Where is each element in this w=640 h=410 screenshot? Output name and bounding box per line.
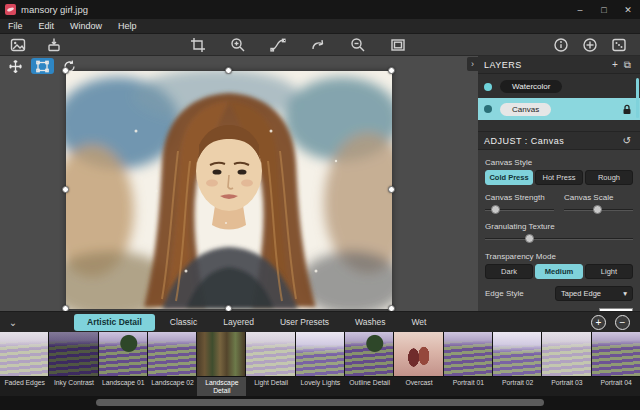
drawer-collapse-button[interactable]: ⌄	[0, 317, 26, 328]
canvas-scale-slider[interactable]	[564, 205, 633, 215]
menu-item-edit[interactable]: Edit	[31, 19, 63, 34]
option-rough[interactable]: Rough	[585, 170, 633, 185]
preset-thumb-image	[592, 332, 640, 377]
adjust-header: ADJUST : Canvas ↺	[478, 132, 640, 150]
slider-thumb[interactable]	[491, 205, 500, 214]
maximize-button[interactable]: □	[592, 0, 616, 19]
transparency-mode-segment: DarkMediumLight	[485, 264, 633, 279]
selection-handle-top-middle[interactable]	[225, 67, 232, 74]
close-button[interactable]: ✕	[616, 0, 640, 19]
layer-list: Watercolor Canvas	[478, 74, 640, 124]
image-frame-icon[interactable]	[10, 37, 26, 53]
preset-thumb-portrait-02[interactable]: Portrait 02	[493, 332, 542, 396]
preset-thumb-label: Overcast	[394, 377, 443, 396]
edge-style-dropdown[interactable]: Taped Edge ▾	[555, 286, 633, 301]
preset-thumb-overcast[interactable]: Overcast	[394, 332, 443, 396]
preset-thumb-label: Landscape Detail	[197, 377, 246, 396]
reset-icon[interactable]: ↺	[620, 135, 634, 146]
preset-thumb-label: Light Detail	[246, 377, 295, 396]
canvas-style-label: Canvas Style	[485, 158, 633, 167]
zoom-out-icon[interactable]	[350, 37, 366, 53]
curve-tool-icon[interactable]	[270, 37, 286, 53]
transparency-mode-label: Transparency Mode	[485, 252, 633, 261]
application-window: mansory girl.jpg – □ ✕ FileEditWindowHel…	[0, 0, 640, 410]
preset-thumb-inky-contrast[interactable]: Inky Contrast	[49, 332, 98, 396]
preset-tab-classic[interactable]: Classic	[157, 312, 210, 333]
duplicate-layer-icon[interactable]: ⧉	[621, 59, 634, 71]
preset-thumb-faded-edges[interactable]: Faded Edges	[0, 332, 49, 396]
panel-collapse-button[interactable]: ›	[467, 57, 478, 71]
preset-thumb-landscape-detail[interactable]: Landscape Detail	[197, 332, 246, 396]
import-tray-icon[interactable]	[46, 37, 62, 53]
window-title: mansory girl.jpg	[21, 4, 88, 15]
selection-handle-top-right[interactable]	[388, 67, 395, 74]
option-hot-press[interactable]: Hot Press	[535, 170, 583, 185]
scrollbar-handle[interactable]	[96, 399, 544, 406]
crop-icon[interactable]	[190, 37, 206, 53]
layers-title: LAYERS	[484, 60, 522, 70]
redo-icon[interactable]	[310, 37, 326, 53]
add-preset-button[interactable]: +	[591, 315, 606, 330]
preset-thumb-landscape-01[interactable]: Landscape 01	[99, 332, 148, 396]
preset-thumb-label: Outline Detail	[345, 377, 394, 396]
layer-name: Watercolor	[500, 80, 562, 93]
preset-thumbnail-strip: Faded EdgesInky ContrastLandscape 01Land…	[0, 332, 640, 396]
layer-row-watercolor[interactable]: Watercolor	[478, 76, 640, 97]
info-icon[interactable]	[553, 37, 569, 53]
menu-item-file[interactable]: File	[0, 19, 31, 34]
preset-tab-artistic-detail[interactable]: Artistic Detail	[74, 314, 155, 331]
layer-visibility-dot[interactable]	[484, 105, 492, 113]
preset-thumb-label: Inky Contrast	[49, 377, 98, 396]
preset-thumb-image	[345, 332, 394, 377]
preset-tab-user-presets[interactable]: User Presets	[267, 312, 342, 333]
menu-item-window[interactable]: Window	[62, 19, 110, 34]
preset-tab-layered[interactable]: Layered	[210, 312, 267, 333]
layer-row-canvas[interactable]: Canvas	[478, 98, 640, 120]
preset-thumb-light-detail[interactable]: Light Detail	[246, 332, 295, 396]
selection-handle-middle-right[interactable]	[388, 186, 395, 193]
lock-icon	[622, 104, 632, 115]
selection-handle-top-left[interactable]	[62, 67, 69, 74]
dice-icon[interactable]	[611, 37, 628, 53]
preset-thumb-image	[148, 332, 197, 377]
canvas-strength-label: Canvas Strength	[485, 193, 554, 202]
menu-item-help[interactable]: Help	[110, 19, 145, 34]
target-icon[interactable]	[582, 37, 598, 53]
option-dark[interactable]: Dark	[485, 264, 533, 279]
preset-tabs: Artistic DetailClassicLayeredUser Preset…	[72, 312, 439, 333]
layer-visibility-dot[interactable]	[484, 83, 492, 91]
layers-header: LAYERS + ⧉	[478, 56, 640, 74]
layers-scrollbar[interactable]	[636, 78, 639, 118]
slider-thumb[interactable]	[593, 205, 602, 214]
preset-thumb-outline-detail[interactable]: Outline Detail	[345, 332, 394, 396]
canvas-frame-icon[interactable]	[390, 37, 406, 53]
move-tool[interactable]	[4, 58, 27, 74]
preset-thumb-portrait-03[interactable]: Portrait 03	[542, 332, 591, 396]
granulating-texture-slider[interactable]	[485, 234, 633, 244]
adjust-title: ADJUST : Canvas	[484, 136, 564, 146]
edge-style-label: Edge Style	[485, 289, 524, 298]
transform-tool[interactable]	[31, 58, 54, 74]
preset-thumb-portrait-04[interactable]: Portrait 04	[592, 332, 640, 396]
toolbar	[0, 34, 640, 56]
remove-preset-button[interactable]: −	[615, 315, 630, 330]
artwork-image[interactable]	[66, 71, 392, 309]
preset-tab-washes[interactable]: Washes	[342, 312, 398, 333]
zoom-in-icon[interactable]	[230, 37, 246, 53]
preset-thumb-lovely-lights[interactable]: Lovely Lights	[296, 332, 345, 396]
preset-thumb-label: Portrait 01	[444, 377, 493, 396]
horizontal-scrollbar[interactable]	[0, 396, 640, 410]
preset-thumb-landscape-02[interactable]: Landscape 02	[148, 332, 197, 396]
canvas-strength-slider[interactable]	[485, 205, 554, 215]
option-light[interactable]: Light	[585, 264, 633, 279]
option-medium[interactable]: Medium	[535, 264, 583, 279]
preset-tab-wet[interactable]: Wet	[398, 312, 439, 333]
minimize-button[interactable]: –	[568, 0, 592, 19]
title-bar: mansory girl.jpg – □ ✕	[0, 0, 640, 19]
add-layer-icon[interactable]: +	[609, 59, 621, 70]
selection-handle-middle-left[interactable]	[62, 186, 69, 193]
preset-thumb-portrait-01[interactable]: Portrait 01	[444, 332, 493, 396]
panel-divider	[478, 124, 640, 132]
slider-thumb[interactable]	[525, 234, 534, 243]
option-cold-press[interactable]: Cold Press	[485, 170, 533, 185]
